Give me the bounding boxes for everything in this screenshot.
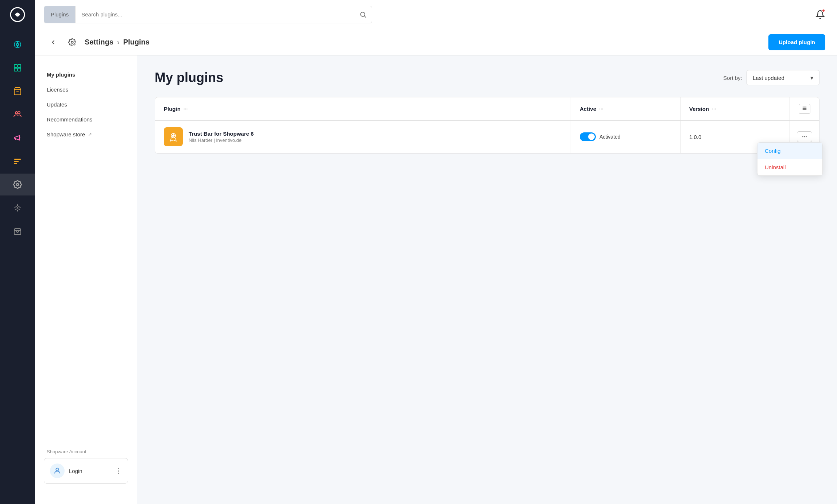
content-icon [12, 156, 23, 166]
active-cell: Activated [571, 121, 680, 153]
svg-point-17 [16, 183, 19, 186]
back-button[interactable] [47, 36, 60, 49]
column-options-version: ··· [712, 106, 716, 112]
shopware-account-section: Shopware Account Login ⋮ [35, 449, 137, 492]
svg-rect-16 [14, 163, 17, 164]
account-login-label: Login [69, 468, 111, 474]
sidebar-item-licenses[interactable]: Licenses [35, 82, 137, 97]
plugin-name: Trust Bar for Shopware 6 [189, 131, 254, 137]
plugin-cell: Trust Bar for Shopware 6 Nils Harder | i… [155, 121, 571, 153]
svg-point-23 [56, 468, 58, 471]
svg-rect-7 [14, 68, 17, 71]
orders-icon [12, 86, 23, 96]
table-header: Plugin ··· Active ··· Version ··· [155, 97, 819, 121]
toggle-container: Activated [580, 132, 621, 141]
products-icon [12, 63, 23, 73]
svg-line-21 [364, 16, 366, 18]
logo[interactable] [0, 0, 35, 29]
breadcrumb-parent[interactable]: Settings [85, 38, 113, 46]
column-layout-button[interactable] [799, 104, 810, 114]
account-card[interactable]: Login ⋮ [44, 458, 128, 484]
dashboard-icon [12, 39, 23, 50]
chevron-down-icon: ▾ [810, 74, 813, 81]
dropdown-item-uninstall[interactable]: Uninstall [757, 159, 822, 175]
active-label: Activated [599, 134, 621, 140]
sidebar-item-shopware-store[interactable]: Shopware store ↗ [35, 127, 137, 142]
plugins-header: My plugins Sort by: Last updated ▾ [155, 70, 819, 85]
sort-by-label: Sort by: [723, 75, 742, 81]
external-link-icon: ↗ [88, 132, 92, 137]
svg-point-11 [15, 112, 18, 114]
plugin-author: Nils Harder | inventivo.de [189, 137, 254, 143]
column-header-actions [790, 97, 819, 120]
sidebar [0, 0, 35, 504]
sidebar-item-content[interactable] [0, 150, 35, 172]
svg-rect-5 [14, 65, 17, 67]
svg-point-30 [806, 136, 807, 137]
svg-rect-15 [14, 161, 19, 162]
sort-dropdown-value: Last updated [753, 75, 784, 81]
breadcrumb: Settings › Plugins [85, 38, 150, 46]
sidebar-item-store[interactable] [0, 220, 35, 242]
search-button[interactable] [354, 6, 372, 23]
shopware-account-label: Shopware Account [44, 449, 128, 454]
plugin-icon [164, 127, 183, 146]
breadcrumb-current: Plugins [123, 38, 150, 46]
sidebar-item-marketing[interactable] [0, 127, 35, 149]
svg-point-12 [18, 112, 20, 114]
main-content: Plugins [35, 0, 837, 504]
plugins-table: Plugin ··· Active ··· Version ··· [155, 97, 819, 154]
svg-point-29 [804, 136, 805, 137]
store-icon [12, 226, 23, 236]
sidebar-item-settings[interactable] [0, 174, 35, 195]
sort-dropdown[interactable]: Last updated ▾ [747, 70, 819, 85]
page-title: My plugins [155, 70, 723, 85]
sidebar-item-recommendations[interactable]: Recommendations [35, 112, 137, 127]
svg-rect-6 [18, 65, 21, 67]
svg-rect-8 [18, 68, 21, 71]
column-options-active: ··· [599, 106, 603, 112]
svg-point-28 [802, 136, 803, 137]
notifications-bell[interactable] [812, 7, 828, 23]
topbar: Plugins [35, 0, 837, 29]
upload-plugin-button[interactable]: Upload plugin [768, 34, 825, 50]
page-body: My plugins Licenses Updates Recommendati… [35, 55, 837, 504]
breadcrumb-separator: › [117, 38, 120, 46]
marketing-icon [12, 133, 23, 143]
account-avatar [50, 464, 65, 478]
main-area: My plugins Sort by: Last updated ▾ Plugi… [137, 55, 837, 504]
sub-header: Settings › Plugins Upload plugin [35, 29, 837, 55]
extensions-icon [12, 203, 23, 213]
row-actions-dropdown: Config Uninstall [757, 142, 823, 176]
account-menu-button[interactable]: ⋮ [115, 467, 122, 475]
version-value: 1.0.0 [689, 134, 701, 140]
plugin-row-trust-bar: Trust Bar for Shopware 6 Nils Harder | i… [155, 121, 819, 153]
notification-badge [822, 9, 825, 12]
sidebar-item-dashboard[interactable] [0, 34, 35, 55]
dropdown-item-config[interactable]: Config [757, 143, 822, 159]
svg-point-20 [360, 12, 365, 16]
row-actions-button[interactable] [797, 131, 812, 142]
sidebar-item-my-plugins[interactable]: My plugins [35, 67, 137, 82]
sidebar-item-updates[interactable]: Updates [35, 97, 137, 112]
svg-point-18 [17, 207, 18, 209]
sidebar-nav [0, 29, 35, 504]
svg-point-22 [71, 41, 73, 43]
search-tag[interactable]: Plugins [44, 6, 76, 23]
plugin-info: Trust Bar for Shopware 6 Nils Harder | i… [189, 131, 254, 143]
sidebar-item-extensions[interactable] [0, 197, 35, 219]
column-header-version: Version ··· [680, 97, 790, 120]
active-toggle[interactable] [580, 132, 596, 141]
sidebar-item-orders[interactable] [0, 80, 35, 102]
settings-gear-button[interactable] [66, 36, 79, 49]
left-nav: My plugins Licenses Updates Recommendati… [35, 55, 137, 504]
column-header-active: Active ··· [571, 97, 680, 120]
column-options-plugin: ··· [184, 106, 188, 112]
table-row: Trust Bar for Shopware 6 Nils Harder | i… [155, 121, 819, 153]
search-input[interactable] [76, 11, 354, 18]
sidebar-item-customers[interactable] [0, 104, 35, 125]
column-header-plugin: Plugin ··· [155, 97, 571, 120]
svg-rect-14 [14, 159, 21, 160]
search-container: Plugins [44, 6, 372, 23]
sidebar-item-products[interactable] [0, 57, 35, 79]
